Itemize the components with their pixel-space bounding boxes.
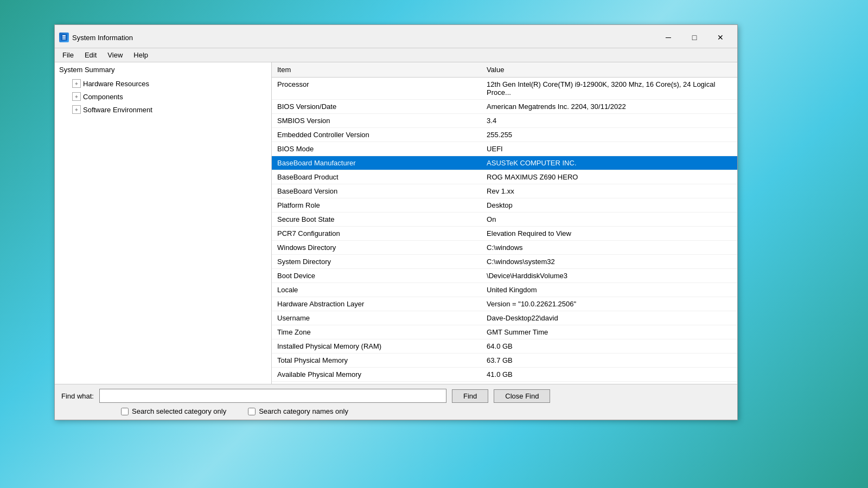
expand-icon-hardware[interactable]: + [72,79,81,88]
table-cell-item: Hardware Abstraction Layer [272,297,481,311]
find-row: Find what: Find Close Find [61,389,731,403]
table-cell-item: Boot Device [272,269,481,283]
checkbox-selected-category[interactable]: Search selected category only [121,407,226,415]
title-bar: System Information ─ □ ✕ [55,25,737,48]
table-cell-item: BaseBoard Product [272,170,481,184]
data-table: Item Value Processor12th Gen Intel(R) Co… [272,62,737,384]
checkbox-category-names[interactable]: Search category names only [248,407,348,415]
svg-rect-2 [62,37,66,38]
checkbox-selected-category-input[interactable] [121,408,129,415]
table-row[interactable]: PCR7 ConfigurationElevation Required to … [272,227,737,241]
tree-root-system-summary[interactable]: System Summary [55,62,271,77]
table-cell-value: C:\windows [481,241,737,255]
table-row[interactable]: BaseBoard VersionRev 1.xx [272,184,737,198]
menu-item-file[interactable]: File [57,49,79,61]
table-cell-value: 41.0 GB [481,368,737,382]
table-cell-value: 12th Gen Intel(R) Core(TM) i9-12900K, 32… [481,78,737,100]
table-row[interactable]: SMBIOS Version3.4 [272,114,737,128]
table-cell-item: System Directory [272,255,481,269]
table-cell-value: 255.255 [481,128,737,142]
svg-rect-1 [62,35,66,36]
table-row[interactable]: Processor12th Gen Intel(R) Core(TM) i9-1… [272,78,737,100]
table-row[interactable]: Available Physical Memory41.0 GB [272,368,737,382]
column-header-item: Item [272,62,481,78]
expand-icon-components[interactable]: + [72,92,81,101]
find-input[interactable] [99,389,446,403]
table-row[interactable]: Embedded Controller Version255.255 [272,128,737,142]
table-cell-item: Installed Physical Memory (RAM) [272,339,481,354]
table-cell-item: Locale [272,283,481,297]
tree-label-components: Components [83,93,123,101]
table-cell-value: ASUSTeK COMPUTER INC. [481,156,737,170]
table-cell-item: Total Physical Memory [272,354,481,368]
table-cell-item: Username [272,311,481,325]
table-row[interactable]: LocaleUnited Kingdom [272,283,737,297]
window-controls: ─ □ ✕ [656,29,733,46]
system-information-window: System Information ─ □ ✕ FileEditViewHel… [54,24,738,420]
table-cell-value: United Kingdom [481,283,737,297]
close-find-button[interactable]: Close Find [494,389,550,403]
menu-item-edit[interactable]: Edit [79,49,102,61]
table-cell-value: \Device\HarddiskVolume3 [481,269,737,283]
table-cell-item: Embedded Controller Version [272,128,481,142]
expand-icon-software[interactable]: + [72,105,81,114]
title-bar-left: System Information [59,33,133,42]
table-cell-value: 3.4 [481,114,737,128]
table-cell-value: 63.7 GB [481,354,737,368]
table-cell-value: 64.0 GB [481,339,737,354]
table-row[interactable]: BIOS ModeUEFI [272,142,737,156]
checkbox-category-names-label: Search category names only [259,407,348,415]
bottom-bar: Find what: Find Close Find Search select… [55,384,737,420]
table-row[interactable]: BaseBoard ProductROG MAXIMUS Z690 HERO [272,170,737,184]
table-row[interactable]: Time ZoneGMT Summer Time [272,325,737,339]
table-row[interactable]: System DirectoryC:\windows\system32 [272,255,737,269]
table-cell-item: PCR7 Configuration [272,227,481,241]
table-cell-item: Processor [272,78,481,100]
find-button[interactable]: Find [452,389,488,403]
table-cell-item: Platform Role [272,198,481,213]
content-area: System Summary + Hardware Resources + Co… [55,62,737,384]
table-row[interactable]: Total Physical Memory63.7 GB [272,354,737,368]
left-panel: System Summary + Hardware Resources + Co… [55,62,272,384]
table-row[interactable]: Hardware Abstraction LayerVersion = "10.… [272,297,737,311]
tree-item-hardware-resources[interactable]: + Hardware Resources [68,77,271,90]
minimize-button[interactable]: ─ [656,29,681,46]
table-cell-value: GMT Summer Time [481,325,737,339]
table-cell-value: On [481,213,737,227]
table-row[interactable]: Secure Boot StateOn [272,213,737,227]
table-row[interactable]: BIOS Version/DateAmerican Megatrends Inc… [272,100,737,114]
table-cell-item: Windows Directory [272,241,481,255]
table-row[interactable]: BaseBoard ManufacturerASUSTeK COMPUTER I… [272,156,737,170]
menu-bar: FileEditViewHelp [55,48,737,62]
table-cell-value: Rev 1.xx [481,184,737,198]
table-row[interactable]: Platform RoleDesktop [272,198,737,213]
checkbox-category-names-input[interactable] [248,408,256,415]
tree-children: + Hardware Resources + Components + Soft… [55,77,271,116]
table-cell-item: BIOS Mode [272,142,481,156]
close-button[interactable]: ✕ [708,29,733,46]
table-cell-value: Dave-Desktop22\david [481,311,737,325]
menu-item-help[interactable]: Help [128,49,154,61]
table-cell-value: American Megatrends Inc. 2204, 30/11/202… [481,100,737,114]
tree-label-software-environment: Software Environment [83,106,152,114]
app-icon [59,33,69,42]
column-header-value: Value [481,62,737,78]
table-row[interactable]: Boot Device\Device\HarddiskVolume3 [272,269,737,283]
find-label: Find what: [61,392,94,400]
table-row[interactable]: Installed Physical Memory (RAM)64.0 GB [272,339,737,354]
table-row[interactable]: UsernameDave-Desktop22\david [272,311,737,325]
menu-item-view[interactable]: View [102,49,128,61]
checkbox-selected-category-label: Search selected category only [132,407,226,415]
table-cell-value: C:\windows\system32 [481,255,737,269]
window-title: System Information [72,34,133,42]
tree-item-software-environment[interactable]: + Software Environment [68,103,271,116]
svg-rect-3 [62,38,66,40]
table-cell-value: Version = "10.0.22621.2506" [481,297,737,311]
table-cell-value: ROG MAXIMUS Z690 HERO [481,170,737,184]
tree-item-components[interactable]: + Components [68,90,271,103]
table-row[interactable]: Windows DirectoryC:\windows [272,241,737,255]
maximize-button[interactable]: □ [682,29,707,46]
tree-label-hardware-resources: Hardware Resources [83,80,149,88]
table-cell-item: SMBIOS Version [272,114,481,128]
table-cell-item: Time Zone [272,325,481,339]
